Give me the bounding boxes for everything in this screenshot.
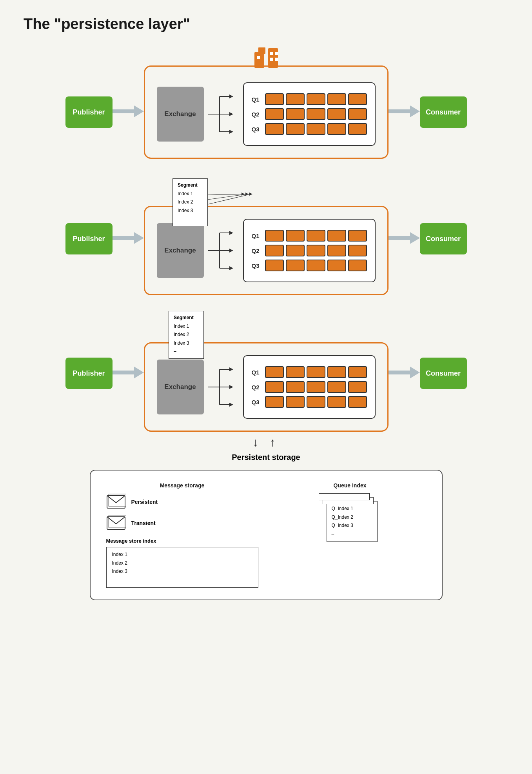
svg-rect-5 xyxy=(275,52,278,55)
envelope-persistent-label: Persistent xyxy=(131,499,158,505)
q-index-card-3: Q_Index 1 Q_Index 2 Q_Index 3 – xyxy=(327,501,378,542)
svg-marker-16 xyxy=(229,112,233,116)
q-index-card-1 xyxy=(319,493,370,500)
page-title: The "persistence layer" xyxy=(24,16,508,33)
publisher-box-2: Publisher xyxy=(65,223,113,254)
arrow-con-3 xyxy=(389,365,420,382)
arrow-pub-to-exchange-1 xyxy=(113,104,144,121)
svg-line-19 xyxy=(208,194,243,195)
svg-marker-45 xyxy=(229,403,233,407)
svg-marker-24 xyxy=(249,193,252,196)
arrow-pub-2 xyxy=(113,230,144,247)
exchange-box-1: Exchange xyxy=(157,87,204,142)
legend-arrows-2 xyxy=(208,190,310,222)
rabbitmq-icon xyxy=(251,44,282,73)
exchange-lines-3 xyxy=(208,360,239,414)
publisher-box-3: Publisher xyxy=(65,358,113,389)
vertical-arrows: ↓ ↑ xyxy=(24,436,508,449)
exchange-box-3: Exchange xyxy=(157,360,204,414)
legend-box-2: Segment Index 1 Index 2 Index 3 – xyxy=(172,178,208,226)
arrow-to-consumer-1 xyxy=(389,104,420,121)
svg-marker-43 xyxy=(229,367,233,371)
exchange-lines-1 xyxy=(208,87,239,142)
svg-line-21 xyxy=(208,194,251,204)
queues-box-2: Q1 Q2 Q3 xyxy=(243,219,376,282)
msg-store-index-label: Message store index xyxy=(106,538,258,544)
message-storage-section: Message storage Persistent xyxy=(106,482,258,588)
exchange-lines-2 xyxy=(208,223,239,278)
envelope-transient-icon xyxy=(106,514,126,532)
exchange-box-2: Exchange xyxy=(157,223,204,278)
svg-marker-34 xyxy=(229,266,233,270)
persistent-storage-box: Message storage Persistent xyxy=(90,470,443,600)
svg-marker-36 xyxy=(113,367,144,378)
arrow-con-2 xyxy=(389,230,420,247)
publisher-box-1: Publisher xyxy=(65,96,113,128)
envelope-transient-label: Transient xyxy=(131,520,156,526)
svg-rect-2 xyxy=(258,47,265,54)
consumer-box-2: Consumer xyxy=(420,223,467,254)
svg-marker-33 xyxy=(229,249,233,253)
svg-marker-35 xyxy=(389,232,420,244)
svg-rect-7 xyxy=(275,58,278,61)
queues-box-3: Q1 Q2 Q3 xyxy=(243,355,376,419)
svg-marker-46 xyxy=(389,367,420,378)
svg-rect-4 xyxy=(270,52,273,55)
consumer-box-1: Consumer xyxy=(420,96,467,128)
consumer-box-3: Consumer xyxy=(420,358,467,389)
msg-store-index-box: Index 1 Index 2 Index 3 – xyxy=(106,547,258,588)
svg-rect-6 xyxy=(270,58,273,61)
envelope-persistent-icon xyxy=(106,493,126,511)
svg-marker-44 xyxy=(229,385,233,389)
queues-box-1: Q1 Q2 Q3 xyxy=(243,82,376,146)
svg-rect-0 xyxy=(254,52,264,68)
svg-marker-17 xyxy=(229,130,233,134)
svg-marker-15 xyxy=(229,94,233,98)
legend-box-3: Segment Index 1 Index 2 Index 3 – xyxy=(169,311,204,359)
svg-marker-8 xyxy=(113,105,144,117)
svg-marker-25 xyxy=(113,232,144,244)
svg-marker-18 xyxy=(389,105,420,117)
persistent-storage-label: Persistent storage xyxy=(24,453,508,462)
queue-index-section: Queue index Q_Index 1 Q_Index 2 Q_Index … xyxy=(274,482,426,588)
svg-rect-3 xyxy=(257,56,260,59)
arrow-pub-3 xyxy=(113,365,144,382)
svg-marker-22 xyxy=(241,193,245,196)
svg-marker-32 xyxy=(229,231,233,235)
